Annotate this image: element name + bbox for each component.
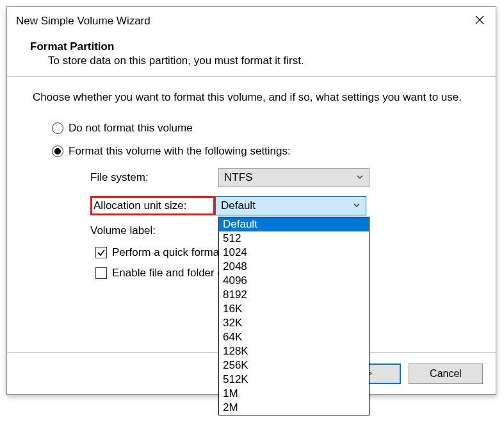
window-title: New Simple Volume Wizard bbox=[16, 15, 150, 28]
radio-no-format-label: Do not format this volume bbox=[69, 122, 193, 135]
dropdown-option[interactable]: 2M bbox=[219, 401, 369, 415]
radio-icon bbox=[52, 122, 63, 134]
file-system-label: File system: bbox=[90, 171, 218, 184]
page-heading: Format Partition bbox=[30, 40, 496, 53]
quick-format-label: Perform a quick format bbox=[112, 246, 222, 259]
dropdown-option[interactable]: 128K bbox=[219, 344, 369, 358]
volume-label-label: Volume label: bbox=[90, 224, 218, 237]
allocation-unit-size-row: Allocation unit size: Default bbox=[90, 196, 470, 215]
dropdown-option[interactable]: 2048 bbox=[219, 260, 369, 274]
chevron-down-icon bbox=[353, 199, 361, 212]
file-system-value: NTFS bbox=[224, 171, 252, 184]
dropdown-option[interactable]: 256K bbox=[219, 358, 369, 373]
radio-format-with-label: Format this volume with the following se… bbox=[69, 145, 291, 158]
titlebar: New Simple Volume Wizard bbox=[7, 7, 496, 31]
dropdown-option[interactable]: 32K bbox=[219, 316, 369, 330]
allocation-unit-size-dropdown[interactable]: Default512102420484096819216K32K64K128K2… bbox=[218, 217, 370, 415]
allocation-unit-size-select[interactable]: Default bbox=[215, 196, 366, 215]
dropdown-option[interactable]: 4096 bbox=[219, 274, 369, 288]
dropdown-option[interactable]: 512 bbox=[219, 231, 369, 246]
dropdown-option[interactable]: Default bbox=[219, 217, 369, 231]
cancel-button[interactable]: Cancel bbox=[409, 364, 483, 384]
main-section: Choose whether you want to format this v… bbox=[7, 77, 496, 280]
page-subheading: To store data on this partition, you mus… bbox=[30, 54, 496, 67]
settings-block: File system: NTFS Allocation unit size: … bbox=[90, 168, 470, 280]
chevron-down-icon bbox=[356, 171, 364, 184]
dropdown-option[interactable]: 1M bbox=[219, 387, 369, 401]
allocation-unit-size-label: Allocation unit size: bbox=[90, 196, 215, 215]
close-button[interactable] bbox=[473, 13, 487, 29]
content-area: Format Partition To store data on this p… bbox=[7, 31, 496, 280]
radio-dot-icon bbox=[54, 148, 61, 155]
dropdown-option[interactable]: 512K bbox=[219, 373, 369, 387]
radio-icon bbox=[52, 146, 63, 157]
dropdown-option[interactable]: 1024 bbox=[219, 246, 369, 260]
prompt-text: Choose whether you want to format this v… bbox=[33, 91, 470, 104]
dropdown-option[interactable]: 8192 bbox=[219, 288, 369, 302]
radio-no-format[interactable]: Do not format this volume bbox=[52, 122, 470, 135]
close-icon bbox=[475, 15, 484, 24]
cancel-button-label: Cancel bbox=[430, 368, 462, 380]
heading-block: Format Partition To store data on this p… bbox=[7, 31, 496, 76]
checkbox-icon bbox=[95, 267, 107, 279]
checkbox-icon bbox=[95, 247, 107, 258]
radio-format-with-settings[interactable]: Format this volume with the following se… bbox=[52, 145, 470, 158]
file-system-row: File system: NTFS bbox=[90, 168, 470, 187]
wizard-window: New Simple Volume Wizard Format Partitio… bbox=[6, 6, 496, 395]
file-system-select[interactable]: NTFS bbox=[218, 168, 370, 187]
compress-label: Enable file and folder cor bbox=[112, 267, 232, 280]
allocation-unit-size-value: Default bbox=[221, 199, 256, 212]
dropdown-option[interactable]: 64K bbox=[219, 330, 369, 344]
dropdown-option[interactable]: 16K bbox=[219, 302, 369, 316]
